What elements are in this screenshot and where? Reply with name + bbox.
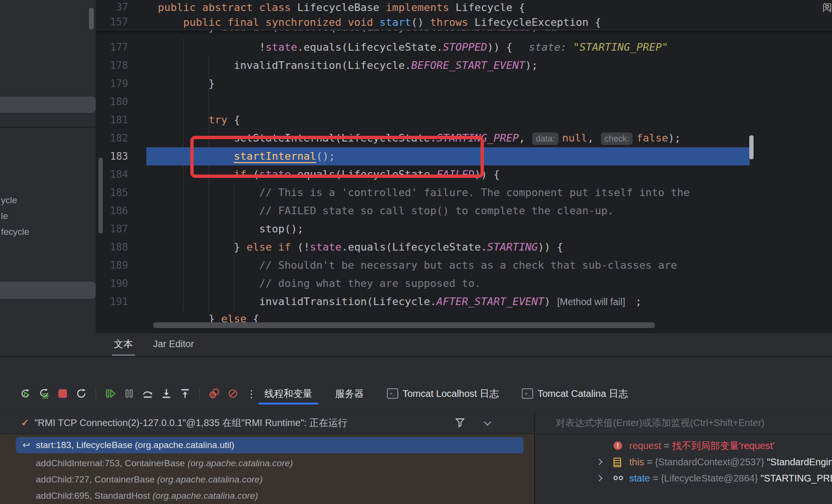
code-text: // This is a 'controlled' failure. The c… (146, 184, 690, 202)
stop-button[interactable] (56, 387, 69, 400)
toolbar-separator (96, 388, 96, 399)
code-token: invalidTransition(Lifecycle. (234, 59, 411, 71)
pause-button[interactable] (123, 387, 135, 400)
code-token: // FAILED state so call stop() to comple… (259, 205, 614, 217)
code-token: LifecycleException { (468, 16, 601, 28)
code-token: STARTING (487, 241, 538, 253)
code-line[interactable]: 180 (96, 93, 832, 111)
panel-scrollbar[interactable] (99, 158, 103, 233)
code-token: invalidTransition(Lifecycle. (259, 296, 437, 307)
code-line[interactable]: 191invalidTransition(Lifecycle.AFTER_STA… (96, 293, 832, 311)
code-token: public abstract class (158, 1, 291, 13)
debug-tab-label: Tomcat Localhost 日志 (403, 387, 499, 400)
stack-frame[interactable]: addChildInternal:753, ContainerBase (org… (36, 455, 293, 471)
step-over-icon (142, 387, 154, 400)
sidebar-selected-item-2[interactable] (0, 282, 96, 299)
line-number[interactable]: 189 (96, 256, 128, 274)
view-breakpoints-button[interactable] (208, 387, 220, 400)
debug-tab[interactable]: 服务器 (335, 377, 364, 410)
debug-tool-window: ⋮ 线程和变量服务器>_Tomcat Localhost 日志>_Tomcat … (0, 356, 832, 504)
terminal-icon: >_ (522, 388, 533, 399)
more-button[interactable]: ⋮ (245, 387, 258, 400)
debug-tab-label: 线程和变量 (264, 387, 312, 400)
sidebar-scrollbar[interactable] (89, 8, 94, 30)
code-token: AFTER_START_EVENT (437, 296, 544, 307)
sidebar-item[interactable]: fecycle (1, 227, 29, 237)
debug-tab[interactable]: >_Tomcat Localhost 日志 (387, 377, 499, 410)
editor-tab-selected[interactable]: 文本 (112, 333, 135, 356)
line-number[interactable]: 190 (96, 274, 128, 293)
code-line[interactable]: 179} (96, 75, 832, 93)
step-out-button[interactable] (179, 387, 191, 400)
chevron-down-icon[interactable] (484, 418, 492, 426)
line-number[interactable]: 182 (96, 129, 128, 147)
code-token: (! (291, 241, 310, 253)
rerun-debug-icon (38, 387, 50, 400)
line-number[interactable]: 180 (96, 93, 128, 111)
vertical-scrollbar[interactable] (749, 135, 754, 159)
sidebar-selected-item[interactable] (0, 97, 96, 113)
code-line[interactable]: 177!state.equals(LifecycleState.STOPPED)… (96, 38, 832, 56)
chevron-right-icon[interactable] (596, 459, 602, 465)
mute-breakpoints-icon (227, 387, 239, 400)
code-line[interactable]: 188} else if (!state.equals(LifecycleSta… (96, 238, 832, 256)
stack-frames-list: ↩start:183, LifecycleBase (org.apache.ca… (0, 434, 534, 504)
code-editor[interactable]: } else if (!state.equals(LifecycleState.… (96, 0, 832, 332)
debug-tab[interactable]: >_Tomcat Catalina 日志 (522, 377, 628, 410)
step-over-button[interactable] (142, 387, 154, 400)
debug-tab-bar: 线程和变量服务器>_Tomcat Localhost 日志>_Tomcat Ca… (264, 377, 628, 410)
sticky-code-line[interactable]: 37public abstract class LifecycleBase im… (96, 0, 832, 15)
line-number[interactable]: 178 (96, 56, 128, 75)
code-line[interactable]: 178invalidTransition(Lifecycle.BEFORE_ST… (96, 56, 832, 75)
reader-mode-label[interactable]: 阅 (822, 1, 832, 14)
mute-breakpoints-button[interactable] (227, 387, 239, 400)
debug-toolbar: ⋮ (19, 377, 258, 410)
stack-frame[interactable]: addChild:727, ContainerBase (org.apache.… (36, 471, 263, 488)
rerun-button[interactable] (19, 387, 32, 400)
resume-button[interactable] (104, 387, 117, 400)
line-number[interactable]: 188 (96, 238, 128, 256)
variable-row[interactable]: state = {LifecycleState@2864} "STARTING_… (535, 471, 832, 486)
sidebar-item[interactable]: le (1, 211, 8, 221)
code-token: , (519, 132, 532, 144)
code-token: public final synchronized void (183, 16, 373, 28)
this-icon (613, 458, 621, 467)
code-token: BEFORE_START_EVENT (411, 59, 525, 71)
editor-tab-unselected[interactable]: Jar Editor (151, 333, 196, 354)
code-line[interactable]: 181try { (96, 111, 832, 129)
horizontal-scrollbar[interactable] (153, 322, 655, 328)
code-line[interactable]: 187stop(); (96, 220, 832, 238)
code-line[interactable]: 189// Shouldn't be necessary but acts as… (96, 256, 832, 274)
debug-tab[interactable]: 线程和变量 (264, 377, 312, 410)
code-line[interactable]: 186// FAILED state so call stop() to com… (96, 202, 832, 220)
line-number[interactable]: 179 (96, 75, 128, 93)
code-token: null (562, 132, 588, 144)
line-number[interactable]: 191 (96, 293, 128, 311)
evaluate-expression-input[interactable]: 对表达式求值(Enter)或添加监视(Ctrl+Shift+Enter) (535, 411, 832, 434)
variable-row[interactable]: this = {StandardContext@2537} "StandardE… (535, 454, 832, 470)
sidebar-divider (0, 127, 96, 128)
rerun-debug-button[interactable] (38, 387, 50, 400)
sticky-code-line[interactable]: 157public final synchronized void start(… (96, 15, 832, 30)
code-line[interactable]: 185// This is a 'controlled' failure. Th… (96, 184, 832, 202)
line-number[interactable]: 177 (96, 38, 128, 56)
ide-window: yclelefecycle } else if (!state.equals(L… (0, 0, 832, 504)
code-token: } (208, 77, 215, 89)
line-number[interactable]: 181 (96, 111, 128, 129)
variable-row[interactable]: !request = 找不到局部变量'request' (535, 438, 832, 453)
stack-frame[interactable]: addChild:695, StandardHost (org.apache.c… (36, 488, 258, 504)
sidebar-item[interactable]: ycle (1, 195, 17, 206)
code-token: else (246, 241, 272, 253)
filter-icon[interactable] (455, 417, 465, 430)
code-text: invalidTransition(Lifecycle.AFTER_START_… (146, 293, 642, 311)
stack-frame-selected[interactable]: ↩start:183, LifecycleBase (org.apache.ca… (16, 437, 524, 453)
chevron-right-icon[interactable] (596, 475, 602, 482)
code-line[interactable]: 190// doing what they are supposed to. (96, 274, 832, 293)
step-out-icon (179, 387, 191, 400)
code-token: .equals(LifecycleState. (341, 241, 487, 253)
annotation-box (190, 136, 484, 178)
restart-button[interactable] (75, 387, 88, 400)
step-into-button[interactable] (160, 387, 173, 400)
code-token: ; (629, 296, 642, 307)
code-token (272, 241, 278, 253)
